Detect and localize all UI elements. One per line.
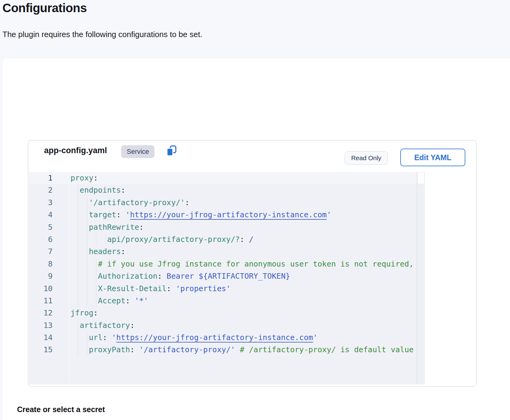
code-token: : <box>167 284 176 293</box>
code-token: jfrog <box>71 308 93 317</box>
copy-icon <box>165 153 177 158</box>
code-token: # if you use Jfrog instance for anonymou… <box>98 260 414 268</box>
code-text: target: 'https://your-jfrog-artifactory-… <box>71 209 331 221</box>
code-token: : <box>121 247 126 256</box>
code-text: Authorization: Bearer ${ARTIFACTORY_TOKE… <box>71 270 290 282</box>
line-number: 10 <box>29 283 53 295</box>
code-token: : <box>139 223 144 232</box>
line-number: 13 <box>29 319 53 332</box>
secret-section-heading: Create or select a secret <box>17 405 105 414</box>
page-title: Configurations <box>2 1 87 15</box>
code-token: : <box>130 321 135 330</box>
code-token: '*' <box>135 296 148 305</box>
code-text: proxyPath: '/artifactory-proxy/' # /arti… <box>71 344 414 356</box>
yaml-code-viewer[interactable]: 1proxy:2 endpoints:3 '/artifactory-proxy… <box>29 172 425 384</box>
code-token: pathRewrite <box>89 223 139 232</box>
code-text: jfrog: <box>71 307 98 319</box>
code-token: : <box>93 308 98 317</box>
code-line-3: 3 '/artifactory-proxy/': <box>29 197 425 209</box>
code-line-1: 1proxy: <box>29 172 425 184</box>
code-text: api/proxy/artifactory-proxy/?: / <box>71 233 253 246</box>
line-number: 12 <box>29 307 53 319</box>
code-text: Accept: '*' <box>71 295 148 307</box>
yaml-file-card: app-config.yaml Service Read Only Edit Y… <box>28 140 477 387</box>
code-text: artifactory: <box>71 319 135 332</box>
code-token: Authorization <box>98 272 157 281</box>
line-number: 7 <box>29 246 53 258</box>
page-subtitle: The plugin requires the following config… <box>2 30 202 39</box>
line-number: 1 <box>29 172 53 184</box>
code-text: headers: <box>71 246 126 258</box>
file-name: app-config.yaml <box>44 146 107 155</box>
code-token: 'properties' <box>176 284 231 293</box>
code-token: api/proxy/artifactory-proxy/? <box>107 235 240 244</box>
code-token: ' <box>112 333 116 342</box>
code-link[interactable]: https://your-jfrog-artifactory-instance.… <box>130 210 327 219</box>
code-scrollbar-thumb[interactable] <box>417 172 425 184</box>
line-number: 11 <box>29 295 53 307</box>
code-token: target <box>89 210 116 219</box>
code-token: headers <box>89 247 121 256</box>
code-token: endpoints <box>80 186 121 195</box>
code-token: : <box>240 235 249 244</box>
code-token <box>235 345 240 354</box>
code-line-13: 13 artifactory: <box>29 319 425 332</box>
code-token: : <box>116 210 126 219</box>
copy-button[interactable] <box>164 145 178 158</box>
line-number: 5 <box>29 221 53 233</box>
code-text: # if you use Jfrog instance for anonymou… <box>71 258 414 270</box>
code-line-9: 9 Authorization: Bearer ${ARTIFACTORY_TO… <box>29 270 425 282</box>
read-only-button[interactable]: Read Only <box>345 151 388 165</box>
code-line-12: 12jfrog: <box>29 307 425 319</box>
code-line-10: 10 X-Result-Detail: 'properties' <box>29 283 425 295</box>
code-token: : <box>102 333 112 342</box>
line-number: 9 <box>29 270 53 282</box>
code-line-11: 11 Accept: '*' <box>29 295 425 307</box>
code-token: ' <box>126 210 130 219</box>
code-text: proxy: <box>71 172 98 184</box>
code-line-7: 7 headers: <box>29 246 425 258</box>
code-scrollbar-track[interactable] <box>417 172 425 384</box>
line-number: 15 <box>29 344 53 356</box>
code-token: artifactory <box>80 321 130 330</box>
code-token: proxyPath <box>89 345 130 354</box>
code-token: : <box>157 272 167 281</box>
code-line-8: 8 # if you use Jfrog instance for anonym… <box>29 258 425 270</box>
code-token: / <box>249 235 253 244</box>
line-number: 3 <box>29 197 53 209</box>
code-token: url <box>89 333 102 342</box>
code-link[interactable]: https://your-jfrog-artifactory-instance.… <box>116 333 313 342</box>
code-line-5: 5 pathRewrite: <box>29 221 425 233</box>
code-token: : <box>93 174 98 182</box>
configurations-panel: app-config.yaml Service Read Only Edit Y… <box>2 58 510 420</box>
code-token: proxy <box>71 174 93 182</box>
code-text: url: 'https://your-jfrog-artifactory-ins… <box>71 332 318 344</box>
code-token: X-Result-Detail <box>98 284 167 293</box>
code-line-6: 6 api/proxy/artifactory-proxy/?: / <box>29 233 425 246</box>
code-line-4: 4 target: 'https://your-jfrog-artifactor… <box>29 209 425 221</box>
line-number: 14 <box>29 332 53 344</box>
code-token: Accept <box>98 296 125 305</box>
code-token: Bearer ${ARTIFACTORY_TOKEN} <box>167 272 290 281</box>
code-token: : <box>121 186 126 195</box>
code-line-14: 14 url: 'https://your-jfrog-artifactory-… <box>29 332 425 344</box>
code-text: pathRewrite: <box>71 221 144 233</box>
service-badge: Service <box>121 145 154 158</box>
code-token: ' <box>327 210 331 219</box>
code-lines: 1proxy:2 endpoints:3 '/artifactory-proxy… <box>29 172 425 356</box>
line-number: 4 <box>29 209 53 221</box>
edit-yaml-button[interactable]: Edit YAML <box>400 149 465 166</box>
code-token: : <box>130 345 139 354</box>
code-text: X-Result-Detail: 'properties' <box>71 283 231 295</box>
code-token: # /artifactory-proxy/ is default value <box>240 345 414 354</box>
line-number: 8 <box>29 258 53 270</box>
line-number: 2 <box>29 184 53 196</box>
line-number: 6 <box>29 233 53 246</box>
code-token: : <box>126 296 135 305</box>
code-text: '/artifactory-proxy/': <box>71 197 189 209</box>
code-text: endpoints: <box>71 184 126 196</box>
code-token: ' <box>313 333 318 342</box>
code-line-15: 15 proxyPath: '/artifactory-proxy/' # /a… <box>29 344 425 356</box>
code-token: '/artifactory-proxy/' <box>89 198 185 207</box>
code-token: '/artifactory-proxy/' <box>139 345 235 354</box>
